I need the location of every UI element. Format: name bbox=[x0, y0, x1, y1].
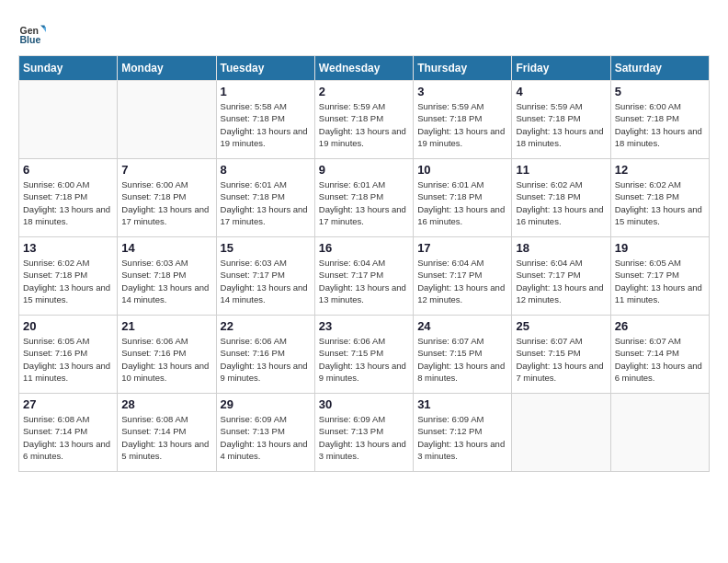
calendar-week-row: 6Sunrise: 6:00 AMSunset: 7:18 PMDaylight… bbox=[19, 159, 710, 237]
day-number: 8 bbox=[221, 163, 311, 177]
day-number: 27 bbox=[23, 397, 113, 411]
day-number: 11 bbox=[516, 163, 606, 177]
calendar-cell: 4Sunrise: 5:59 AMSunset: 7:18 PMDaylight… bbox=[512, 81, 610, 159]
day-number: 6 bbox=[23, 163, 113, 177]
calendar-cell: 9Sunrise: 6:01 AMSunset: 7:18 PMDaylight… bbox=[314, 159, 413, 237]
day-header-tuesday: Tuesday bbox=[216, 56, 314, 81]
day-number: 30 bbox=[319, 397, 409, 411]
day-info: Sunrise: 6:04 AMSunset: 7:17 PMDaylight:… bbox=[319, 257, 409, 305]
calendar-cell: 11Sunrise: 6:02 AMSunset: 7:18 PMDayligh… bbox=[512, 159, 610, 237]
day-info: Sunrise: 5:59 AMSunset: 7:18 PMDaylight:… bbox=[319, 100, 409, 149]
day-number: 15 bbox=[221, 241, 311, 255]
day-info: Sunrise: 6:07 AMSunset: 7:14 PMDaylight:… bbox=[615, 335, 705, 384]
day-number: 14 bbox=[121, 241, 211, 255]
calendar-cell: 7Sunrise: 6:00 AMSunset: 7:18 PMDaylight… bbox=[118, 159, 216, 237]
page-header: Gen Blue bbox=[18, 18, 710, 46]
calendar-week-row: 27Sunrise: 6:08 AMSunset: 7:14 PMDayligh… bbox=[19, 394, 710, 472]
day-number: 1 bbox=[221, 85, 311, 98]
day-number: 31 bbox=[417, 397, 507, 411]
calendar-cell: 30Sunrise: 6:09 AMSunset: 7:13 PMDayligh… bbox=[314, 394, 413, 472]
day-number: 20 bbox=[23, 319, 113, 333]
calendar-cell: 27Sunrise: 6:08 AMSunset: 7:14 PMDayligh… bbox=[19, 394, 118, 472]
day-info: Sunrise: 6:08 AMSunset: 7:14 PMDaylight:… bbox=[121, 413, 211, 462]
calendar-cell: 25Sunrise: 6:07 AMSunset: 7:15 PMDayligh… bbox=[512, 316, 610, 394]
day-number: 13 bbox=[23, 241, 113, 255]
day-number: 9 bbox=[319, 163, 409, 177]
day-info: Sunrise: 6:03 AMSunset: 7:17 PMDaylight:… bbox=[221, 257, 311, 305]
day-number: 19 bbox=[615, 241, 705, 255]
day-info: Sunrise: 6:09 AMSunset: 7:13 PMDaylight:… bbox=[221, 413, 311, 462]
calendar-cell: 3Sunrise: 5:59 AMSunset: 7:18 PMDaylight… bbox=[414, 81, 512, 159]
day-number: 12 bbox=[615, 163, 705, 177]
day-info: Sunrise: 6:01 AMSunset: 7:18 PMDaylight:… bbox=[319, 178, 409, 227]
day-info: Sunrise: 6:05 AMSunset: 7:17 PMDaylight:… bbox=[615, 257, 705, 305]
calendar-header-row: SundayMondayTuesdayWednesdayThursdayFrid… bbox=[19, 56, 710, 81]
calendar-cell: 28Sunrise: 6:08 AMSunset: 7:14 PMDayligh… bbox=[118, 394, 216, 472]
day-info: Sunrise: 6:06 AMSunset: 7:15 PMDaylight:… bbox=[319, 335, 409, 384]
day-number: 21 bbox=[121, 319, 211, 333]
day-info: Sunrise: 6:07 AMSunset: 7:15 PMDaylight:… bbox=[417, 335, 507, 384]
calendar-cell bbox=[118, 81, 216, 159]
day-header-sunday: Sunday bbox=[19, 56, 118, 81]
day-info: Sunrise: 6:02 AMSunset: 7:18 PMDaylight:… bbox=[23, 257, 113, 305]
day-number: 5 bbox=[615, 85, 705, 98]
day-info: Sunrise: 6:02 AMSunset: 7:18 PMDaylight:… bbox=[516, 178, 606, 227]
calendar-cell: 26Sunrise: 6:07 AMSunset: 7:14 PMDayligh… bbox=[610, 316, 709, 394]
day-info: Sunrise: 6:01 AMSunset: 7:18 PMDaylight:… bbox=[417, 178, 507, 227]
calendar-cell: 17Sunrise: 6:04 AMSunset: 7:17 PMDayligh… bbox=[414, 237, 512, 316]
day-info: Sunrise: 6:03 AMSunset: 7:18 PMDaylight:… bbox=[121, 257, 211, 305]
day-info: Sunrise: 5:59 AMSunset: 7:18 PMDaylight:… bbox=[516, 100, 606, 149]
day-info: Sunrise: 6:00 AMSunset: 7:18 PMDaylight:… bbox=[615, 100, 705, 149]
calendar-cell: 24Sunrise: 6:07 AMSunset: 7:15 PMDayligh… bbox=[414, 316, 512, 394]
day-info: Sunrise: 6:09 AMSunset: 7:13 PMDaylight:… bbox=[319, 413, 409, 462]
calendar-cell: 22Sunrise: 6:06 AMSunset: 7:16 PMDayligh… bbox=[216, 316, 314, 394]
day-info: Sunrise: 5:58 AMSunset: 7:18 PMDaylight:… bbox=[221, 100, 311, 149]
calendar-week-row: 20Sunrise: 6:05 AMSunset: 7:16 PMDayligh… bbox=[19, 316, 710, 394]
calendar-cell: 16Sunrise: 6:04 AMSunset: 7:17 PMDayligh… bbox=[314, 237, 413, 316]
day-info: Sunrise: 6:06 AMSunset: 7:16 PMDaylight:… bbox=[221, 335, 311, 384]
day-number: 28 bbox=[121, 397, 211, 411]
day-info: Sunrise: 6:05 AMSunset: 7:16 PMDaylight:… bbox=[23, 335, 113, 384]
day-info: Sunrise: 6:06 AMSunset: 7:16 PMDaylight:… bbox=[121, 335, 211, 384]
calendar-cell: 29Sunrise: 6:09 AMSunset: 7:13 PMDayligh… bbox=[216, 394, 314, 472]
day-number: 2 bbox=[319, 85, 409, 98]
day-info: Sunrise: 6:04 AMSunset: 7:17 PMDaylight:… bbox=[417, 257, 507, 305]
calendar-cell: 6Sunrise: 6:00 AMSunset: 7:18 PMDaylight… bbox=[19, 159, 118, 237]
day-number: 26 bbox=[615, 319, 705, 333]
day-header-monday: Monday bbox=[118, 56, 216, 81]
day-number: 4 bbox=[516, 85, 606, 98]
calendar-week-row: 1Sunrise: 5:58 AMSunset: 7:18 PMDaylight… bbox=[19, 81, 710, 159]
day-number: 16 bbox=[319, 241, 409, 255]
day-info: Sunrise: 6:07 AMSunset: 7:15 PMDaylight:… bbox=[516, 335, 606, 384]
day-header-saturday: Saturday bbox=[610, 56, 709, 81]
day-header-thursday: Thursday bbox=[414, 56, 512, 81]
day-info: Sunrise: 6:04 AMSunset: 7:17 PMDaylight:… bbox=[516, 257, 606, 305]
logo-icon: Gen Blue bbox=[18, 18, 46, 46]
calendar-cell: 20Sunrise: 6:05 AMSunset: 7:16 PMDayligh… bbox=[19, 316, 118, 394]
calendar-cell bbox=[512, 394, 610, 472]
calendar-table: SundayMondayTuesdayWednesdayThursdayFrid… bbox=[18, 55, 710, 472]
calendar-cell: 5Sunrise: 6:00 AMSunset: 7:18 PMDaylight… bbox=[610, 81, 709, 159]
day-info: Sunrise: 5:59 AMSunset: 7:18 PMDaylight:… bbox=[417, 100, 507, 149]
day-number: 18 bbox=[516, 241, 606, 255]
day-header-wednesday: Wednesday bbox=[314, 56, 413, 81]
day-info: Sunrise: 6:08 AMSunset: 7:14 PMDaylight:… bbox=[23, 413, 113, 462]
calendar-cell: 2Sunrise: 5:59 AMSunset: 7:18 PMDaylight… bbox=[314, 81, 413, 159]
day-number: 23 bbox=[319, 319, 409, 333]
calendar-cell: 21Sunrise: 6:06 AMSunset: 7:16 PMDayligh… bbox=[118, 316, 216, 394]
calendar-cell bbox=[610, 394, 709, 472]
calendar-cell: 10Sunrise: 6:01 AMSunset: 7:18 PMDayligh… bbox=[414, 159, 512, 237]
logo: Gen Blue bbox=[18, 18, 48, 46]
calendar-cell: 19Sunrise: 6:05 AMSunset: 7:17 PMDayligh… bbox=[610, 237, 709, 316]
day-info: Sunrise: 6:00 AMSunset: 7:18 PMDaylight:… bbox=[121, 178, 211, 227]
calendar-cell bbox=[19, 81, 118, 159]
day-info: Sunrise: 6:09 AMSunset: 7:12 PMDaylight:… bbox=[417, 413, 507, 462]
svg-text:Blue: Blue bbox=[20, 34, 41, 45]
day-info: Sunrise: 6:02 AMSunset: 7:18 PMDaylight:… bbox=[615, 178, 705, 227]
calendar-cell: 1Sunrise: 5:58 AMSunset: 7:18 PMDaylight… bbox=[216, 81, 314, 159]
calendar-week-row: 13Sunrise: 6:02 AMSunset: 7:18 PMDayligh… bbox=[19, 237, 710, 316]
day-info: Sunrise: 6:00 AMSunset: 7:18 PMDaylight:… bbox=[23, 178, 113, 227]
day-number: 7 bbox=[121, 163, 211, 177]
day-number: 3 bbox=[417, 85, 507, 98]
day-number: 22 bbox=[221, 319, 311, 333]
